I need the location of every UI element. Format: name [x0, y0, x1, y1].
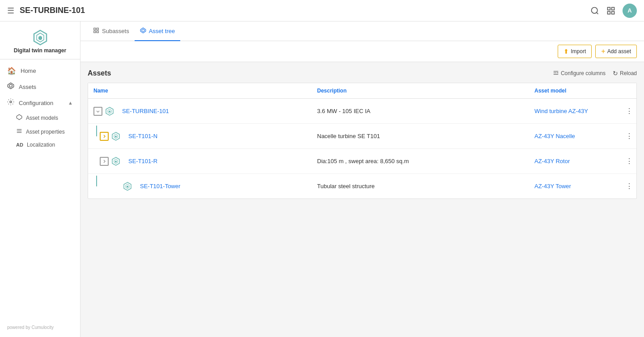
sidebar-item-asset-models[interactable]: Asset models [0, 111, 80, 125]
row-asset-model[interactable]: AZ-43Y Tower [529, 178, 619, 194]
sidebar-nav: 🏠 Home Assets [0, 59, 80, 321]
tab-subassets[interactable]: Subassets [88, 22, 135, 41]
content-area: Assets Configure columns ↻ Reloa [80, 62, 644, 337]
menu-icon[interactable]: ☰ [7, 6, 14, 16]
add-asset-button[interactable]: + Add asset [595, 45, 637, 58]
svg-line-1 [597, 12, 598, 14]
assets-title: Assets [88, 69, 111, 77]
row-name-cell: SE-TURBINE-101 [88, 99, 312, 123]
avatar[interactable]: A [623, 4, 637, 18]
table-row: SE-TURBINE-101 3.6 MW - 105 IEC IA Wind … [88, 99, 636, 124]
tab-subassets-label: Subassets [102, 28, 129, 34]
asset-icon [111, 157, 120, 166]
table-row: SE-T101-N Nacelle turbine SE T101 AZ-43Y… [88, 124, 636, 149]
row-actions: ⋮ [619, 101, 636, 122]
row-description: 3.6 MW - 105 IEC IA [312, 103, 529, 119]
app-name: Digital twin manager [14, 47, 66, 54]
main-content: Subassets Asset tree ⬆ Import + Add [80, 21, 644, 337]
svg-point-25 [557, 72, 558, 73]
import-button[interactable]: ⬆ Import [558, 45, 592, 58]
svg-marker-8 [38, 36, 42, 40]
row-name-cell: SE-T101-R [88, 149, 312, 173]
sidebar-logo: Digital twin manager [0, 21, 80, 59]
asset-icon [111, 132, 120, 141]
svg-point-11 [10, 101, 12, 103]
svg-marker-31 [115, 135, 117, 138]
sidebar-item-home[interactable]: 🏠 Home [0, 63, 80, 79]
sidebar-item-assets-label: Assets [19, 84, 36, 90]
tab-asset-tree[interactable]: Asset tree [135, 22, 181, 41]
row-menu-button[interactable]: ⋮ [624, 155, 635, 167]
localization-icon: AD [16, 142, 23, 147]
home-icon: 🏠 [7, 67, 16, 75]
svg-rect-19 [97, 31, 98, 33]
table-header: Name Description Asset model [88, 83, 636, 99]
row-description: Tubular steel structure [312, 178, 529, 194]
sidebar-item-home-label: Home [21, 67, 36, 74]
row-menu-button[interactable]: ⋮ [624, 180, 635, 192]
row-menu-button[interactable]: ⋮ [624, 130, 635, 142]
name-cell: SE-T101-R [93, 153, 163, 169]
assets-actions: Configure columns ↻ Reload [553, 70, 637, 77]
expand-button[interactable] [100, 157, 109, 166]
sidebar-item-configuration[interactable]: Configuration ▲ [0, 95, 80, 111]
configure-columns-icon [553, 70, 559, 77]
row-description: Dia:105 m , swept area: 8,650 sq.m [312, 153, 529, 169]
row-name-link[interactable]: SE-T101-N [123, 128, 163, 144]
sidebar: Digital twin manager 🏠 Home Assets [0, 21, 80, 337]
row-asset-model[interactable]: AZ-43Y Rotor [529, 153, 619, 169]
row-name-link[interactable]: SE-TURBINE-101 [117, 103, 174, 119]
page-title: SE-TURBINE-101 [20, 6, 590, 15]
row-name-cell: SE-T101-Tower [88, 174, 312, 198]
row-name-link[interactable]: SE-T101-Tower [135, 178, 186, 194]
sidebar-item-localization[interactable]: AD Localization [0, 139, 80, 151]
layout: Digital twin manager 🏠 Home Assets [0, 21, 644, 337]
row-menu-button[interactable]: ⋮ [624, 105, 635, 117]
col-description: Description [312, 83, 529, 98]
col-actions [619, 83, 636, 98]
reload-button[interactable]: ↻ Reload [613, 70, 637, 77]
svg-rect-3 [612, 7, 614, 10]
svg-marker-20 [140, 28, 146, 33]
add-asset-icon: + [601, 47, 605, 55]
row-asset-model[interactable]: Wind turbine AZ-43Y [529, 103, 619, 119]
svg-rect-5 [612, 11, 614, 14]
configuration-icon [7, 98, 14, 107]
row-asset-model[interactable]: AZ-43Y Nacelle [529, 128, 619, 144]
top-header: ☰ SE-TURBINE-101 A [0, 0, 644, 21]
grid-button[interactable] [606, 6, 615, 15]
configure-columns-label: Configure columns [561, 70, 606, 76]
import-icon: ⬆ [564, 48, 569, 55]
assets-table: Name Description Asset model [88, 83, 637, 199]
search-button[interactable] [590, 6, 599, 15]
col-asset-model: Asset model [529, 83, 619, 98]
expand-button[interactable] [100, 132, 109, 141]
sidebar-item-asset-properties[interactable]: Asset properties [0, 125, 80, 139]
svg-marker-10 [9, 84, 13, 88]
name-cell: SE-T101-N [93, 128, 163, 144]
action-bar: ⬆ Import + Add asset [80, 41, 644, 62]
sidebar-item-asset-properties-label: Asset properties [26, 129, 65, 135]
asset-models-icon [16, 114, 22, 122]
sidebar-item-assets[interactable]: Assets [0, 79, 80, 95]
row-actions: ⋮ [619, 126, 636, 147]
svg-marker-34 [115, 160, 117, 163]
row-name-link[interactable]: SE-T101-R [123, 153, 163, 169]
import-label: Import [571, 48, 586, 55]
sidebar-item-asset-models-label: Asset models [26, 115, 58, 121]
collapse-icon: ▲ [68, 100, 73, 105]
row-description: Nacelle turbine SE T101 [312, 128, 529, 144]
configure-columns-button[interactable]: Configure columns [553, 70, 606, 77]
svg-marker-28 [109, 110, 110, 113]
sidebar-footer: powered by Cumulocity [0, 321, 80, 333]
row-actions: ⋮ [619, 176, 636, 197]
asset-icon [105, 107, 114, 116]
expand-button[interactable] [93, 107, 102, 116]
asset-icon [123, 182, 132, 191]
svg-marker-12 [17, 114, 22, 120]
tab-asset-tree-label: Asset tree [149, 28, 175, 34]
add-asset-label: Add asset [607, 48, 631, 55]
sidebar-item-configuration-label: Configuration [19, 100, 53, 106]
name-cell: SE-TURBINE-101 [93, 103, 174, 119]
row-actions: ⋮ [619, 151, 636, 172]
